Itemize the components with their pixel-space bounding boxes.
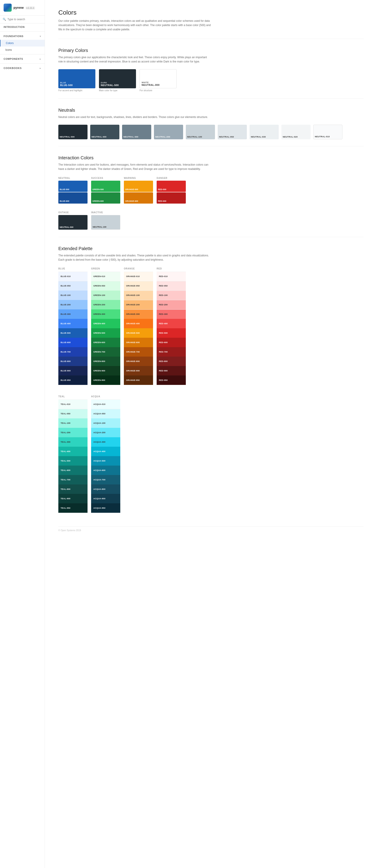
palette-group: GREENGREEN-010GREEN-050GREEN-100GREEN-20… xyxy=(91,268,120,385)
palette-swatch: TEAL-010 xyxy=(58,400,88,409)
footer: © Open Systems 2019 xyxy=(58,526,364,532)
palette-swatch: BLUE-010 xyxy=(58,272,88,281)
extended-heading: Extended Palette xyxy=(58,246,364,251)
palette-swatch: TEAL-050 xyxy=(58,409,88,418)
palette-swatch: TEAL-400 xyxy=(58,447,88,456)
palette-swatch: RED-600 xyxy=(157,338,186,347)
neutral-color-swatch: NEUTRAL-400 xyxy=(90,125,119,139)
palette-swatch: BLUE-100 xyxy=(58,290,88,300)
neutrals-heading: Neutrals xyxy=(58,107,364,113)
interaction-swatch: GREEN-600 xyxy=(91,192,120,204)
palette-swatch: ORANGE-100 xyxy=(124,290,153,300)
palette-group: TEALTEAL-010TEAL-050TEAL-100TEAL-200TEAL… xyxy=(58,395,88,513)
palette-swatch: ORANGE-800 xyxy=(124,356,153,366)
palette-swatch: RED-800 xyxy=(157,356,186,366)
palette-swatch: BLUE-700 xyxy=(58,347,88,356)
sidebar-item-cookbooks[interactable]: COOKBOOKS ▸ xyxy=(0,64,45,72)
neutrals-grid: NEUTRAL-500 NEUTRAL-400 NEUTRAL-300 NEUT… xyxy=(58,125,364,139)
palette-swatch: ORANGE-010 xyxy=(124,272,153,281)
primary-description: The primary colors give our applications… xyxy=(58,55,211,64)
palette-swatch: ACQUA-950 xyxy=(91,503,120,513)
palette-swatch: GREEN-050 xyxy=(91,281,120,290)
interaction-row-2: OUTAGENEUTRAL-500INACTIVENEUTRAL-100 xyxy=(58,211,364,230)
palette-groups: BLUEBLUE-010BLUE-050BLUE-100BLUE-200BLUE… xyxy=(58,268,364,513)
palette-swatch: GREEN-600 xyxy=(91,338,120,347)
interaction-swatch: NEUTRAL-500 xyxy=(58,215,88,230)
palette-swatch: ACQUA-050 xyxy=(91,409,120,418)
palette-swatch: BLUE-400 xyxy=(58,319,88,328)
interaction-swatch: BLUE-600 xyxy=(58,192,88,204)
neutral-color-swatch: NEUTRAL-500 xyxy=(58,125,88,139)
palette-swatch: BLUE-500 xyxy=(58,328,88,338)
sidebar-subitem-colors[interactable]: Colors xyxy=(0,40,45,46)
interaction-swatch: RED-600 xyxy=(157,192,186,204)
palette-top-row: BLUEBLUE-010BLUE-050BLUE-100BLUE-200BLUE… xyxy=(58,268,364,385)
extended-description: The extended palette consists of all the… xyxy=(58,253,211,262)
sidebar-subitem-icons[interactable]: Icons xyxy=(0,46,45,53)
interaction-description: The Interaction colors are used for butt… xyxy=(58,163,211,171)
logo-name: pyrene xyxy=(13,6,24,9)
palette-swatch: GREEN-300 xyxy=(91,309,120,319)
interaction-swatch: RED-500 xyxy=(157,181,186,192)
palette-swatch: ORANGE-500 xyxy=(124,328,153,338)
interaction-heading: Interaction Colors xyxy=(58,155,364,160)
divider xyxy=(58,98,364,99)
palette-swatch: TEAL-200 xyxy=(58,428,88,437)
interaction-group: INACTIVENEUTRAL-100 xyxy=(91,211,120,230)
palette-swatch: TEAL-100 xyxy=(58,418,88,428)
sidebar-item-components[interactable]: COMPONENTS ▸ xyxy=(0,55,45,62)
palette-swatch: ACQUA-010 xyxy=(91,400,120,409)
neutral-color-swatch: NEUTRAL-030 xyxy=(249,125,279,139)
palette-bottom-row: TEALTEAL-010TEAL-050TEAL-100TEAL-200TEAL… xyxy=(58,395,120,513)
palette-swatch: BLUE-600 xyxy=(58,338,88,347)
primary-heading: Primary Colors xyxy=(58,48,364,53)
palette-swatch: ACQUA-700 xyxy=(91,475,120,485)
palette-swatch: TEAL-900 xyxy=(58,494,88,503)
sidebar-item-foundations[interactable]: FoUNdAtions ▾ xyxy=(0,33,45,40)
palette-swatch: TEAL-500 xyxy=(58,456,88,466)
sidebar-item-introduction[interactable]: INTRODUCTION xyxy=(0,23,45,31)
palette-swatch: ORANGE-050 xyxy=(124,281,153,290)
nav-section: INTRODUCTION FoUNdAtions ▾ Colors Icons … xyxy=(0,23,45,72)
primary-color-swatch: BLUE BLUE-500 For accent and highlight xyxy=(58,69,95,92)
palette-swatch: BLUE-900 xyxy=(58,366,88,375)
interaction-row: NEUTRALBLUE-500BLUE-600SUCCESSGREEN-500G… xyxy=(58,177,364,230)
neutral-color-swatch: NEUTRAL-200 xyxy=(154,125,183,139)
palette-swatch: ORANGE-700 xyxy=(124,347,153,356)
palette-swatch: ORANGE-900 xyxy=(124,366,153,375)
palette-swatch: GREEN-700 xyxy=(91,347,120,356)
palette-group: REDRED-010RED-050RED-100RED-200RED-300RE… xyxy=(157,268,186,385)
palette-swatch: GREEN-400 xyxy=(91,319,120,328)
palette-swatch: ACQUA-100 xyxy=(91,418,120,428)
page-title: Colors xyxy=(58,9,364,16)
palette-group: BLUEBLUE-010BLUE-050BLUE-100BLUE-200BLUE… xyxy=(58,268,88,385)
logo-area: pyrene v.1.11.1 xyxy=(0,0,45,16)
search-box[interactable]: 🔍 xyxy=(0,16,45,23)
search-icon: 🔍 xyxy=(3,18,6,21)
palette-swatch: TEAL-950 xyxy=(58,503,88,513)
interaction-group: NEUTRALBLUE-500BLUE-600 xyxy=(58,177,88,204)
interaction-swatch: ORANGE-600 xyxy=(124,192,153,204)
palette-swatch: ACQUA-500 xyxy=(91,456,120,466)
neutral-color-swatch: NEUTRAL-010 xyxy=(313,125,342,139)
palette-swatch: GREEN-010 xyxy=(91,272,120,281)
palette-swatch: ORANGE-400 xyxy=(124,319,153,328)
palette-swatch: GREEN-200 xyxy=(91,300,120,309)
search-input[interactable] xyxy=(7,18,42,21)
palette-swatch: RED-200 xyxy=(157,300,186,309)
palette-swatch: TEAL-600 xyxy=(58,466,88,475)
palette-swatch: BLUE-050 xyxy=(58,281,88,290)
palette-swatch: GREEN-500 xyxy=(91,328,120,338)
palette-swatch: ORANGE-950 xyxy=(124,375,153,385)
palette-swatch: TEAL-800 xyxy=(58,485,88,494)
interaction-group: DANGERRED-500RED-600 xyxy=(157,177,186,204)
interaction-swatch: ORANGE-500 xyxy=(124,181,153,192)
logo-icon xyxy=(4,4,12,12)
interaction-group: SUCCESSGREEN-500GREEN-600 xyxy=(91,177,120,204)
palette-swatch: BLUE-200 xyxy=(58,300,88,309)
divider xyxy=(58,237,364,237)
palette-swatch: ACQUA-400 xyxy=(91,447,120,456)
neutral-color-swatch: NEUTRAL-100 xyxy=(186,125,215,139)
palette-swatch: ACQUA-300 xyxy=(91,437,120,447)
palette-swatch: TEAL-300 xyxy=(58,437,88,447)
